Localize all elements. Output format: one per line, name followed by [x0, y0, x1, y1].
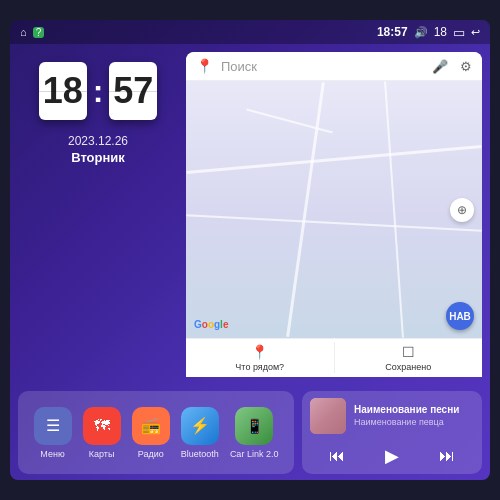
clock-minutes: 57 — [109, 62, 157, 120]
saved-icon: ☐ — [402, 344, 415, 360]
app-radio[interactable]: 📻 Радио — [132, 407, 170, 459]
music-info: Наименование песни Наименование певца — [302, 391, 482, 440]
play-icon: ▶ — [385, 445, 399, 467]
menu-app-icon: ☰ — [34, 407, 72, 445]
radio-app-icon: 📻 — [132, 407, 170, 445]
home-icon[interactable]: ⌂ — [20, 26, 27, 38]
status-bar: ⌂ ? 18:57 🔊 18 ▭ ↩ — [10, 20, 490, 44]
maps-app-label: Карты — [89, 449, 115, 459]
next-icon: ⏭ — [439, 447, 455, 465]
clock-colon: : — [93, 73, 104, 110]
status-time: 18:57 — [377, 25, 408, 39]
day-display: Вторник — [68, 150, 128, 165]
google-logo: Google — [194, 319, 228, 330]
bluetooth-app-label: Bluetooth — [181, 449, 219, 459]
music-panel: Наименование песни Наименование певца ⏮ … — [302, 391, 482, 474]
signal-level: 18 — [434, 25, 447, 39]
app-carlink[interactable]: 📱 Car Link 2.0 — [230, 407, 279, 459]
app-bluetooth[interactable]: ⚡ Bluetooth — [181, 407, 219, 459]
prev-icon: ⏮ — [329, 447, 345, 465]
mic-icon[interactable]: 🎤 — [432, 59, 448, 74]
clock-panel: 18 : 57 2023.12.26 Вторник — [18, 52, 178, 377]
app-maps[interactable]: 🗺 Карты — [83, 407, 121, 459]
carlink-app-label: Car Link 2.0 — [230, 449, 279, 459]
saved-label: Сохранено — [385, 362, 431, 372]
clock-hours: 18 — [39, 62, 87, 120]
album-face — [310, 398, 346, 434]
date-display: 2023.12.26 — [68, 132, 128, 150]
maps-app-icon: 🗺 — [83, 407, 121, 445]
bottom-section: ☰ Меню 🗺 Карты 📻 Радио ⚡ Blu — [10, 385, 490, 480]
nearby-label: Что рядом? — [235, 362, 284, 372]
album-art — [310, 398, 346, 434]
apps-panel: ☰ Меню 🗺 Карты 📻 Радио ⚡ Blu — [18, 391, 294, 474]
map-navigate-button[interactable]: НАВ — [446, 302, 474, 330]
radio-app-label: Радио — [138, 449, 164, 459]
battery-icon: ▭ — [453, 25, 465, 40]
nearby-icon: 📍 — [251, 344, 268, 360]
nearby-button[interactable]: 📍 Что рядом? — [186, 338, 334, 377]
main-content: 18 : 57 2023.12.26 Вторник 📍 Поиск 🎤 ⚙ — [10, 44, 490, 385]
saved-button[interactable]: ☐ Сохранено — [335, 338, 483, 377]
question-icon[interactable]: ? — [33, 27, 45, 38]
map-zoom-button[interactable]: ⊕ — [450, 198, 474, 222]
map-panel: 📍 Поиск 🎤 ⚙ ⊕ — [186, 52, 482, 377]
play-button[interactable]: ▶ — [377, 444, 407, 468]
menu-app-label: Меню — [40, 449, 64, 459]
music-title: Наименование песни — [354, 404, 474, 415]
map-pin-icon: 📍 — [196, 58, 213, 74]
back-icon[interactable]: ↩ — [471, 26, 480, 39]
nav-button-label: НАВ — [449, 311, 471, 322]
music-text: Наименование песни Наименование певца — [354, 404, 474, 427]
search-input[interactable]: Поиск — [221, 59, 424, 74]
prev-button[interactable]: ⏮ — [322, 444, 352, 468]
app-menu[interactable]: ☰ Меню — [34, 407, 72, 459]
clock-date: 2023.12.26 Вторник — [68, 132, 128, 165]
map-search-bar[interactable]: 📍 Поиск 🎤 ⚙ — [186, 52, 482, 81]
map-bottom-bar: 📍 Что рядом? ☐ Сохранено — [186, 338, 482, 377]
next-button[interactable]: ⏭ — [432, 444, 462, 468]
map-container[interactable]: 📍 Поиск 🎤 ⚙ ⊕ — [186, 52, 482, 377]
bluetooth-app-icon: ⚡ — [181, 407, 219, 445]
volume-icon: 🔊 — [414, 26, 428, 39]
flip-clock: 18 : 57 — [39, 62, 158, 120]
map-area[interactable]: ⊕ НАВ Google — [186, 81, 482, 338]
settings-icon[interactable]: ⚙ — [460, 59, 472, 74]
status-bar-left: ⌂ ? — [20, 26, 44, 38]
device-screen: ⌂ ? 18:57 🔊 18 ▭ ↩ 18 : 57 2023.12.26 Вт… — [10, 20, 490, 480]
music-controls: ⏮ ▶ ⏭ — [302, 440, 482, 474]
music-artist: Наименование певца — [354, 417, 474, 427]
carlink-app-icon: 📱 — [235, 407, 273, 445]
